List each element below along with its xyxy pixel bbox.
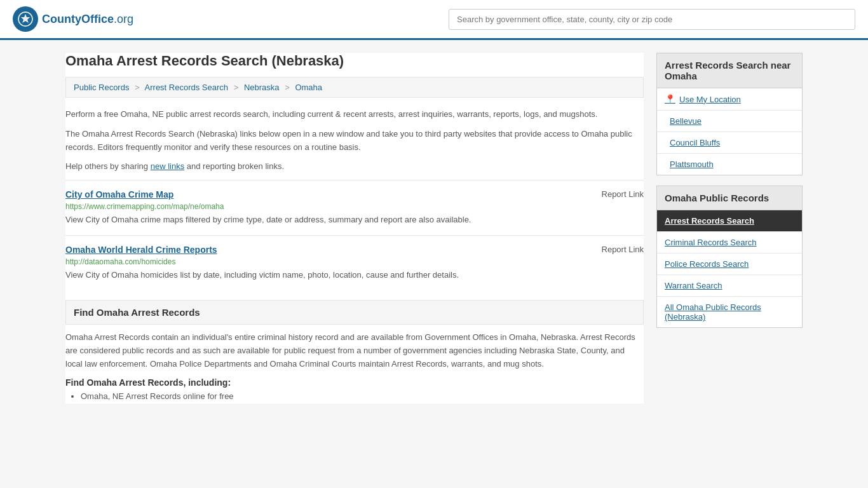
- record-url-1: https://www.crimemapping.com/map/ne/omah…: [65, 202, 644, 211]
- sidebar-arrest-records-link[interactable]: Arrest Records Search: [665, 216, 754, 226]
- record-entry-1: City of Omaha Crime Map Report Link http…: [65, 180, 644, 235]
- nearby-council-bluffs-link[interactable]: Council Bluffs: [670, 138, 720, 147]
- bullet-list: Omaha, NE Arrest Records online for free: [81, 391, 644, 401]
- use-location-label: Use My Location: [679, 95, 741, 104]
- record-title-2[interactable]: Omaha World Herald Crime Reports: [65, 245, 217, 255]
- desc-text-1: Perform a free Omaha, NE public arrest r…: [65, 108, 644, 121]
- desc-text-3: Help others by sharing new links and rep…: [65, 160, 644, 173]
- sub-heading: Find Omaha Arrest Records, including:: [65, 377, 644, 388]
- new-links-link[interactable]: new links: [151, 161, 184, 171]
- breadcrumb-sep-2: >: [234, 83, 239, 92]
- record-title-1[interactable]: City of Omaha Crime Map: [65, 189, 173, 200]
- use-location-item[interactable]: 📍 Use My Location: [657, 88, 802, 111]
- breadcrumb-arrest-records[interactable]: Arrest Records Search: [145, 83, 229, 92]
- sidebar-item-criminal-records[interactable]: Criminal Records Search: [657, 232, 802, 254]
- desc-text-2: The Omaha Arrest Records Search (Nebrask…: [65, 128, 644, 154]
- sidebar-warrant-search-link[interactable]: Warrant Search: [665, 281, 722, 290]
- sidebar-public-records-list: Arrest Records Search Criminal Records S…: [656, 210, 803, 328]
- logo-text: CountyOffice.org: [42, 13, 133, 26]
- nearby-bellevue-link[interactable]: Bellevue: [670, 116, 702, 126]
- breadcrumb-omaha[interactable]: Omaha: [295, 83, 322, 92]
- content-area: Omaha Arrest Records Search (Nebraska) P…: [65, 53, 644, 403]
- sidebar-item-all-records[interactable]: All Omaha Public Records (Nebraska): [657, 297, 802, 327]
- list-item: Omaha, NE Arrest Records online for free: [81, 391, 644, 401]
- sidebar-nearby-list: 📍 Use My Location Bellevue Council Bluff…: [656, 88, 803, 175]
- record-header-2: Omaha World Herald Crime Reports Report …: [65, 245, 644, 255]
- body-text-1: Omaha Arrest Records contain an individu…: [65, 331, 644, 370]
- section-heading: Find Omaha Arrest Records: [65, 300, 644, 325]
- location-icon: 📍: [665, 94, 675, 104]
- logo-area: CountyOffice.org: [13, 6, 133, 32]
- nearby-plattsmouth-link[interactable]: Plattsmouth: [670, 159, 714, 169]
- record-desc-1: View City of Omaha crime maps filtered b…: [65, 214, 644, 226]
- sidebar-section-2: Omaha Public Records Arrest Records Sear…: [656, 186, 803, 328]
- sidebar-item-arrest-records[interactable]: Arrest Records Search: [657, 210, 802, 232]
- sidebar-section-1: Arrest Records Search near Omaha 📍 Use M…: [656, 53, 803, 175]
- page-title: Omaha Arrest Records Search (Nebraska): [65, 53, 644, 69]
- record-desc-2: View City of Omaha homicides list by dat…: [65, 269, 644, 281]
- search-input[interactable]: [449, 9, 855, 30]
- sidebar: Arrest Records Search near Omaha 📍 Use M…: [656, 53, 803, 403]
- sidebar-section-2-title: Omaha Public Records: [656, 186, 803, 210]
- logo-icon: [13, 6, 38, 32]
- sidebar-item-police-records[interactable]: Police Records Search: [657, 254, 802, 275]
- breadcrumb-nebraska[interactable]: Nebraska: [244, 83, 280, 92]
- sidebar-nearby-bellevue[interactable]: Bellevue: [657, 111, 802, 132]
- sidebar-nearby-plattsmouth[interactable]: Plattsmouth: [657, 154, 802, 175]
- header: CountyOffice.org: [0, 0, 868, 40]
- desc-text-3-start: Help others by sharing: [65, 161, 148, 171]
- sidebar-item-warrant-search[interactable]: Warrant Search: [657, 275, 802, 297]
- breadcrumb: Public Records > Arrest Records Search >…: [65, 77, 644, 98]
- main-container: Omaha Arrest Records Search (Nebraska) P…: [53, 40, 815, 416]
- desc-text-3-end: and reporting broken links.: [187, 161, 284, 171]
- svg-marker-1: [21, 14, 30, 23]
- sidebar-all-records-link[interactable]: All Omaha Public Records (Nebraska): [665, 302, 761, 322]
- search-bar: [449, 9, 855, 30]
- record-header-1: City of Omaha Crime Map Report Link: [65, 189, 644, 200]
- breadcrumb-sep-1: >: [135, 83, 140, 92]
- record-url-2: http://dataomaha.com/homicides: [65, 257, 644, 266]
- sidebar-nearby-council-bluffs[interactable]: Council Bluffs: [657, 132, 802, 154]
- breadcrumb-public-records[interactable]: Public Records: [74, 83, 129, 92]
- sidebar-criminal-records-link[interactable]: Criminal Records Search: [665, 238, 757, 247]
- breadcrumb-sep-3: >: [285, 83, 290, 92]
- sidebar-section-1-title: Arrest Records Search near Omaha: [656, 53, 803, 88]
- record-entry-2: Omaha World Herald Crime Reports Report …: [65, 235, 644, 290]
- report-link-2[interactable]: Report Link: [602, 245, 644, 254]
- sidebar-police-records-link[interactable]: Police Records Search: [665, 259, 749, 269]
- report-link-1[interactable]: Report Link: [602, 189, 644, 199]
- logo-name: CountyOffice: [42, 13, 114, 25]
- logo-org: .org: [114, 13, 133, 25]
